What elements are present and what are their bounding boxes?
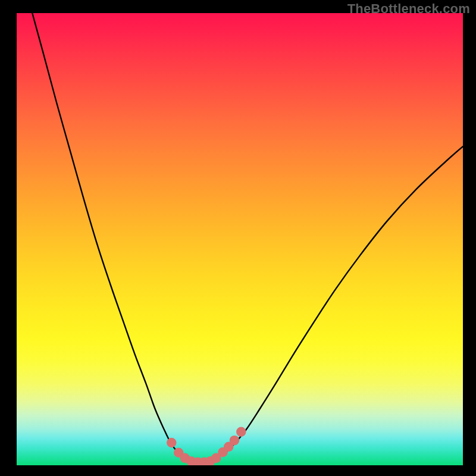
- bottleneck-curve-svg: [17, 13, 463, 465]
- plot-area: [17, 13, 463, 465]
- watermark-text: TheBottleneck.com: [347, 1, 470, 17]
- curve-marker: [167, 438, 177, 448]
- chart-frame: TheBottleneck.com: [0, 0, 476, 476]
- curve-markers: [167, 427, 246, 465]
- bottleneck-curve-path: [32, 13, 463, 462]
- curve-marker: [236, 427, 246, 437]
- curve-marker: [230, 436, 240, 446]
